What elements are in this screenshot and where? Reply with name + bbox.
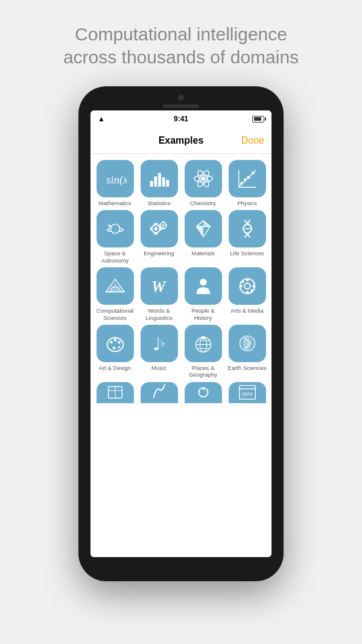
headline: Computational intelligence across thousa… <box>45 23 317 68</box>
app-navbar: Examples Done <box>91 127 272 154</box>
svg-point-51 <box>246 278 249 281</box>
svg-point-6 <box>201 176 206 181</box>
svg-rect-5 <box>166 180 169 187</box>
category-icon-music: ♩ ♭ <box>141 325 178 362</box>
category-item-statistics[interactable]: Statistics <box>138 160 180 206</box>
category-icon-earth-sciences <box>229 325 266 362</box>
svg-point-28 <box>162 225 164 227</box>
partial-icon-bg-4: MAY <box>229 382 266 403</box>
phone-shell: ▲ 9:41 Examples Done <box>78 86 284 581</box>
svg-point-55 <box>241 280 244 283</box>
category-icon-computational-sciences <box>97 267 134 305</box>
categories-grid: sin(x) Mathematics <box>94 160 268 378</box>
category-item-physics[interactable]: Physics <box>226 160 268 206</box>
nav-title: Examples <box>159 135 204 146</box>
svg-point-62 <box>112 346 115 349</box>
svg-point-54 <box>252 285 255 288</box>
category-item-arts-media[interactable]: Arts & Media <box>226 267 268 321</box>
category-icon-chemistry <box>185 160 222 197</box>
category-icon-engineering <box>141 210 178 247</box>
svg-point-56 <box>250 289 253 292</box>
category-label-art-design: Art & Design <box>99 365 131 371</box>
svg-point-60 <box>118 341 121 344</box>
category-label-materials: Materials <box>191 250 215 257</box>
svg-rect-3 <box>158 173 161 187</box>
svg-rect-29 <box>162 222 165 223</box>
svg-point-11 <box>240 182 243 185</box>
category-label-music: Music <box>151 365 167 371</box>
partial2-icon <box>148 382 171 403</box>
category-label-words-linguistics: Words & Linguistics <box>145 307 172 321</box>
battery-fill <box>254 117 261 121</box>
category-item-materials[interactable]: Materials <box>182 210 224 264</box>
earth-icon <box>236 332 259 355</box>
category-item-life-sciences[interactable]: Life Sciences <box>226 210 268 264</box>
category-icon-mathematics: sin(x) <box>97 160 134 197</box>
svg-point-12 <box>243 179 246 182</box>
places-icon <box>192 332 215 355</box>
battery-icon <box>252 116 264 123</box>
category-label-earth-sciences: Earth Sciences <box>228 365 267 371</box>
partial-icon-1 <box>94 382 136 403</box>
svg-text:♩: ♩ <box>152 335 160 354</box>
svg-point-63 <box>115 344 119 348</box>
svg-point-50 <box>244 283 250 289</box>
partial1-icon <box>104 382 127 403</box>
category-item-earth-sciences[interactable]: Earth Sciences <box>226 325 268 378</box>
partial-icon-4: MAY <box>226 382 268 403</box>
category-item-engineering[interactable]: Engineering <box>138 210 180 264</box>
svg-rect-1 <box>150 181 153 187</box>
category-item-computational-sciences[interactable]: Computational Sciences <box>94 267 136 321</box>
svg-rect-24 <box>154 233 157 235</box>
music-icon: ♩ ♭ <box>148 332 171 355</box>
category-label-physics: Physics <box>237 200 257 206</box>
partial4-icon: MAY <box>236 382 259 403</box>
materials-icon <box>192 217 215 240</box>
svg-point-53 <box>240 285 243 288</box>
category-label-engineering: Engineering <box>144 250 174 257</box>
people-icon <box>192 275 215 298</box>
category-label-space-astronomy: Space & Astronomy <box>101 250 129 264</box>
category-label-places-geography: Places & Geography <box>189 365 217 378</box>
category-icon-materials <box>185 210 222 247</box>
category-item-places-geography[interactable]: Places & Geography <box>182 325 224 378</box>
category-label-chemistry: Chemistry <box>190 200 216 206</box>
partial-icon-3 <box>182 382 224 403</box>
category-item-people-history[interactable]: People & History <box>182 267 224 321</box>
svg-point-22 <box>154 228 157 231</box>
svg-point-20 <box>107 224 109 225</box>
svg-text:MAY: MAY <box>242 391 253 397</box>
svg-rect-25 <box>150 228 151 231</box>
category-item-mathematics[interactable]: sin(x) Mathematics <box>94 160 136 206</box>
category-label-arts-media: Arts & Media <box>230 307 263 314</box>
chemistry-icon <box>192 167 215 190</box>
life-sciences-icon <box>236 217 259 240</box>
phone-screen: ▲ 9:41 Examples Done <box>91 110 272 557</box>
done-button[interactable]: Done <box>241 135 264 146</box>
words-icon: W <box>148 275 171 298</box>
svg-text:sin(x): sin(x) <box>106 173 126 187</box>
status-left: ▲ <box>98 115 105 123</box>
category-item-words-linguistics[interactable]: W Words & Linguistics <box>138 267 180 321</box>
category-item-space-astronomy[interactable]: Space & Astronomy <box>94 210 136 264</box>
partial-icon-2 <box>138 382 180 403</box>
category-icon-statistics <box>141 160 178 197</box>
partial-icon-bg-2 <box>141 382 178 403</box>
engineering-icon <box>148 217 171 240</box>
svg-point-14 <box>252 171 255 174</box>
category-item-music[interactable]: ♩ ♭ Music <box>138 325 180 378</box>
category-item-chemistry[interactable]: Chemistry <box>182 160 224 206</box>
artdesign-icon <box>104 332 127 355</box>
category-label-life-sciences: Life Sciences <box>230 250 264 257</box>
partial-row: MAY <box>94 382 268 403</box>
svg-text:♭: ♭ <box>160 337 165 349</box>
svg-rect-32 <box>165 224 166 227</box>
status-right <box>252 116 264 123</box>
statistics-icon <box>148 167 171 190</box>
svg-point-19 <box>108 225 110 228</box>
status-time: 9:41 <box>174 115 188 123</box>
category-icon-arts-media <box>229 267 266 305</box>
category-item-art-design[interactable]: Art & Design <box>94 325 136 378</box>
svg-point-18 <box>110 225 119 234</box>
svg-point-59 <box>113 339 116 342</box>
